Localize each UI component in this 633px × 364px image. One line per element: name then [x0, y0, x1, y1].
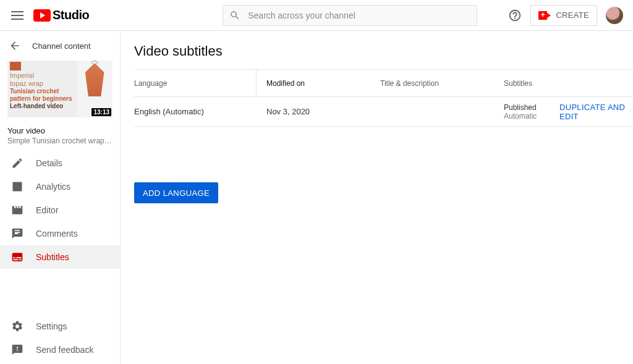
- nav-label: Settings: [36, 321, 67, 331]
- col-language: Language: [134, 70, 257, 96]
- nav-label: Editor: [36, 205, 59, 215]
- nav-comments[interactable]: Comments: [0, 222, 120, 245]
- nav-subtitles[interactable]: Subtitles: [0, 245, 120, 269]
- nav-label: Details: [36, 158, 62, 168]
- nav-label: Comments: [36, 229, 78, 239]
- nav-label: Subtitles: [36, 252, 69, 262]
- col-title-desc: Title & description: [380, 79, 504, 88]
- gear-icon: [11, 320, 23, 332]
- svg-rect-1: [15, 187, 16, 189]
- help-icon[interactable]: [508, 9, 522, 22]
- svg-rect-2: [17, 185, 18, 190]
- create-label: CREATE: [556, 11, 589, 20]
- account-avatar[interactable]: [606, 7, 623, 24]
- video-thumbnail[interactable]: Imperial topaz wrap Tunisian crochet pat…: [7, 61, 113, 117]
- search-input[interactable]: [248, 11, 470, 20]
- table-header: Language Modified on Title & description…: [134, 70, 633, 97]
- nav-label: Send feedback: [36, 345, 93, 355]
- subtitles-icon: [11, 251, 23, 263]
- search-icon: [229, 10, 240, 21]
- arrow-left-icon: [9, 40, 21, 52]
- menu-icon[interactable]: [10, 8, 25, 23]
- video-nav: Details Analytics Editor Comments Subtit…: [0, 151, 120, 269]
- nav-analytics[interactable]: Analytics: [0, 175, 120, 198]
- col-subtitles: Subtitles: [504, 79, 547, 88]
- youtube-play-icon: [33, 9, 51, 22]
- svg-rect-3: [19, 185, 20, 189]
- video-duration: 13:13: [91, 108, 111, 116]
- bottom-nav: Settings Send feedback: [0, 315, 120, 364]
- back-to-channel-content[interactable]: Channel content: [0, 31, 120, 61]
- cell-language: English (Automatic): [134, 107, 257, 116]
- feedback-icon: [11, 344, 23, 356]
- back-label: Channel content: [32, 41, 91, 51]
- col-modified[interactable]: Modified on: [257, 79, 380, 88]
- nav-editor[interactable]: Editor: [0, 198, 120, 222]
- video-title: Simple Tunisian crochet wrap with g…: [7, 137, 113, 145]
- nav-feedback[interactable]: Send feedback: [0, 338, 120, 362]
- sidebar: Channel content Imperial topaz wrap Tuni…: [0, 31, 121, 364]
- analytics-icon: [11, 180, 23, 193]
- app-header: Studio CREATE: [0, 0, 633, 31]
- editor-icon: [11, 204, 23, 216]
- add-language-button[interactable]: ADD LANGUAGE: [134, 182, 218, 203]
- table-row: English (Automatic) Nov 3, 2020 Publishe…: [134, 97, 633, 127]
- subtitles-table: Language Modified on Title & description…: [134, 69, 633, 127]
- duplicate-and-edit-link[interactable]: DUPLICATE AND EDIT: [559, 103, 625, 121]
- page-title: Video subtitles: [134, 43, 633, 59]
- nav-settings[interactable]: Settings: [0, 315, 120, 338]
- studio-logo[interactable]: Studio: [33, 8, 89, 22]
- your-video-label: Your video: [7, 126, 113, 135]
- nav-label: Analytics: [36, 182, 70, 192]
- main-content: Video subtitles Language Modified on Tit…: [121, 31, 633, 364]
- logo-text: Studio: [53, 8, 89, 22]
- pencil-icon: [11, 157, 23, 169]
- cell-modified: Nov 3, 2020: [257, 107, 380, 116]
- cell-subtitles-status: Published Automatic: [504, 103, 547, 121]
- create-video-icon: [538, 11, 551, 20]
- search-box[interactable]: [223, 5, 477, 26]
- create-button[interactable]: CREATE: [530, 5, 597, 26]
- video-info: Your video Simple Tunisian crochet wrap …: [0, 126, 120, 151]
- nav-details[interactable]: Details: [0, 151, 120, 175]
- comments-icon: [11, 227, 23, 240]
